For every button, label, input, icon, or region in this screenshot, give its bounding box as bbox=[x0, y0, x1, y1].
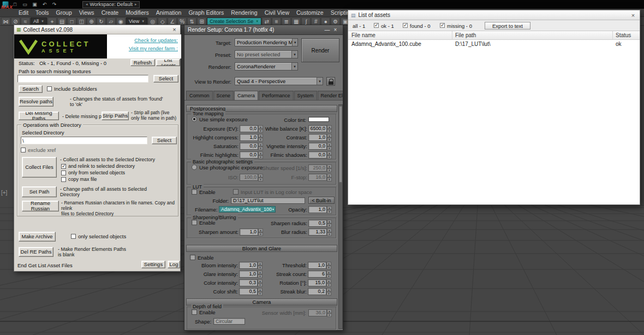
named-selection-set-dropdown[interactable]: Create Selection Se bbox=[207, 17, 261, 25]
use-pivot-center-icon[interactable]: ◎ bbox=[148, 17, 157, 25]
del-re-paths-button[interactable]: Del RE Paths bbox=[19, 247, 53, 257]
bloom-intensity-spinner[interactable]: 1,0 bbox=[239, 262, 263, 269]
rotation-spinner[interactable]: 15,0 bbox=[308, 279, 331, 286]
column-file-path[interactable]: File path bbox=[455, 32, 476, 38]
lut-opacity-spinner[interactable]: 1,0 bbox=[308, 206, 332, 213]
menu-edit[interactable]: Edit bbox=[19, 9, 28, 16]
selection-filter-dropdown[interactable]: All bbox=[31, 17, 47, 25]
menu-civil-view[interactable]: Civil View bbox=[265, 9, 289, 16]
scrollbar-thumb[interactable] bbox=[339, 106, 342, 183]
undo-icon[interactable]: ↶ bbox=[41, 1, 48, 8]
fstop-spinner[interactable]: 16,0 bbox=[308, 174, 332, 181]
close-icon[interactable]: × bbox=[331, 27, 339, 33]
spinner-arrows-icon[interactable] bbox=[327, 164, 332, 172]
menu-customize[interactable]: Customize bbox=[296, 9, 324, 16]
spinner-value[interactable]: 0,0 bbox=[308, 143, 327, 150]
rectangular-selection-icon[interactable]: □ bbox=[67, 17, 76, 25]
minimize-icon[interactable]: — bbox=[323, 27, 331, 33]
spinner-value[interactable]: 0,0 bbox=[240, 143, 258, 150]
spinner-arrows-icon[interactable] bbox=[326, 262, 331, 269]
lut-log-space-checkbox[interactable] bbox=[233, 189, 238, 195]
spinner-arrows-icon[interactable] bbox=[327, 134, 332, 141]
reference-coordinate-dropdown[interactable]: View bbox=[126, 17, 147, 25]
filter-missing-checkbox[interactable] bbox=[440, 23, 445, 28]
chevron-down-icon[interactable] bbox=[291, 63, 297, 70]
spinner-value[interactable]: 1,0 bbox=[308, 134, 327, 141]
bind-to-space-warp-icon[interactable]: ≈ bbox=[21, 17, 30, 25]
relink-checkbox[interactable] bbox=[61, 164, 66, 169]
select-and-link-icon[interactable]: ⋈ bbox=[1, 17, 10, 25]
filmic-shadows-spinner[interactable]: 0,0 bbox=[308, 151, 332, 158]
render-farm-link[interactable]: Visit my render farm : bbox=[107, 45, 178, 51]
export-to-text-button[interactable]: Export to text bbox=[485, 22, 530, 30]
workspace-dropdown[interactable]: Workspace: Default bbox=[82, 1, 140, 8]
copy-max-file-checkbox[interactable] bbox=[61, 177, 66, 182]
saturation-spinner[interactable]: 0,0 bbox=[240, 143, 263, 150]
column-divider[interactable] bbox=[612, 31, 613, 40]
spinner-arrows-icon[interactable] bbox=[327, 143, 332, 150]
column-status[interactable]: Status bbox=[616, 32, 631, 38]
select-by-name-icon[interactable]: ▤ bbox=[57, 17, 67, 25]
unlink-selection-icon[interactable]: ⊘ bbox=[11, 17, 20, 25]
angle-snap-icon[interactable]: ∠ bbox=[168, 17, 177, 25]
set-path-button[interactable]: Set Path bbox=[22, 186, 57, 197]
filmic-highlights-spinner[interactable]: 0,0 bbox=[240, 151, 263, 158]
lut-builtin-button[interactable]: < Built-in bbox=[308, 197, 335, 204]
rename-russian-button[interactable]: Rename Russian bbox=[22, 201, 59, 211]
menu-graph-editors[interactable]: Graph Editors bbox=[188, 9, 224, 16]
collect-files-button[interactable]: Collect Files bbox=[22, 157, 57, 178]
spinner-value[interactable]: 36,0 bbox=[308, 309, 327, 316]
menu-rendering[interactable]: Rendering bbox=[231, 9, 257, 16]
threshold-spinner[interactable]: 1,0 bbox=[308, 262, 331, 269]
spinner-value[interactable]: 1,0 bbox=[240, 228, 258, 236]
dof-enable-checkbox[interactable] bbox=[192, 309, 197, 315]
lut-enable-checkbox[interactable] bbox=[192, 189, 197, 195]
select-and-scale-icon[interactable]: ▱ bbox=[106, 17, 116, 25]
cell-file-name[interactable]: Adamnq_Advantix_100.cube bbox=[351, 41, 421, 47]
spinner-arrows-icon[interactable] bbox=[327, 220, 332, 227]
menu-tools[interactable]: Tools bbox=[35, 9, 49, 16]
select-and-move-icon[interactable]: ⊕ bbox=[87, 17, 96, 25]
streak-count-spinner[interactable]: 6 bbox=[308, 271, 331, 278]
make-archive-button[interactable]: Make Archive bbox=[19, 232, 56, 242]
select-and-manipulate-icon[interactable]: ◇ bbox=[158, 17, 167, 25]
table-row[interactable]: Adamnq_Advantix_100.cube D:\17_LUT\lut\ … bbox=[348, 40, 640, 48]
render-setup-scrollbar[interactable] bbox=[338, 104, 343, 329]
tab-render-elements[interactable]: Render Elements bbox=[318, 91, 343, 100]
sharpen-amount-spinner[interactable]: 1,0 bbox=[240, 228, 263, 236]
spinner-arrows-icon[interactable] bbox=[327, 206, 332, 213]
close-icon[interactable]: × bbox=[629, 12, 637, 19]
select-and-place-icon[interactable]: ◉ bbox=[116, 17, 126, 25]
tab-camera[interactable]: Camera bbox=[234, 91, 258, 100]
color-intensity-spinner[interactable]: 0,3 bbox=[239, 279, 263, 286]
spinner-value[interactable]: 1,33 bbox=[308, 228, 327, 236]
highlight-compress-spinner[interactable]: 1,0 bbox=[240, 134, 263, 141]
exposure-ev-spinner[interactable]: 0,0 bbox=[240, 125, 263, 132]
spinner-value[interactable]: 0,5 bbox=[308, 220, 327, 227]
spinner-value[interactable]: 0,3 bbox=[239, 279, 258, 286]
color-shift-spinner[interactable]: 0,5 bbox=[239, 288, 263, 295]
log-button[interactable]: Log bbox=[168, 261, 180, 268]
sensor-width-spinner[interactable]: 36,0 bbox=[308, 309, 332, 316]
menu-modifiers[interactable]: Modifiers bbox=[126, 9, 149, 16]
search-path-select-button[interactable]: Select bbox=[153, 75, 178, 83]
preset-dropdown[interactable]: No preset selected bbox=[235, 50, 298, 58]
menu-views[interactable]: Views bbox=[79, 9, 94, 16]
render-setup-titlebar[interactable]: Render Setup: Corona 1.7 (hotfix 4) — × bbox=[184, 25, 343, 35]
spinner-value[interactable]: 0,0 bbox=[240, 151, 258, 158]
open-file-icon[interactable]: ▭ bbox=[21, 1, 28, 8]
menu-animation[interactable]: Animation bbox=[156, 9, 182, 16]
spinner-value[interactable]: 0,0 bbox=[240, 125, 258, 132]
chevron-down-icon[interactable] bbox=[317, 78, 323, 85]
target-dropdown[interactable]: Production Rendering Mode bbox=[235, 38, 298, 46]
color-tint-swatch[interactable] bbox=[308, 117, 329, 122]
search-button[interactable]: Search bbox=[19, 85, 43, 93]
filter-ok-checkbox[interactable] bbox=[374, 23, 379, 28]
only-selected-objects-checkbox[interactable] bbox=[61, 171, 66, 175]
streak-blur-spinner[interactable]: 0,2 bbox=[308, 288, 331, 295]
chevron-down-icon[interactable] bbox=[292, 39, 297, 46]
spinner-value[interactable]: 250,0 bbox=[308, 164, 327, 172]
spinner-value[interactable]: 1,0 bbox=[308, 262, 326, 269]
list-assets-button[interactable]: List Assets bbox=[156, 59, 180, 66]
cell-file-path[interactable]: D:\17_LUT\lut\ bbox=[455, 41, 490, 47]
